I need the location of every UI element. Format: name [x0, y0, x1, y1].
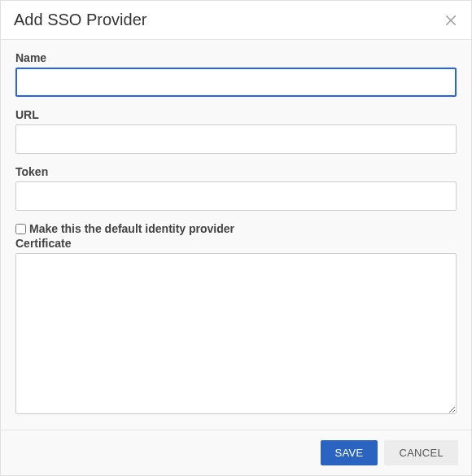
default-provider-label[interactable]: Make this the default identity provider — [29, 222, 234, 235]
certificate-group: Certificate — [15, 237, 457, 417]
default-provider-row: Make this the default identity provider — [15, 222, 457, 235]
save-button[interactable]: SAVE — [321, 440, 378, 465]
token-group: Token — [15, 165, 457, 211]
dialog-body: Name URL Token Make this the default ide… — [1, 40, 471, 430]
close-icon[interactable] — [444, 13, 458, 28]
certificate-textarea[interactable] — [15, 253, 457, 414]
default-provider-checkbox[interactable] — [15, 224, 26, 234]
name-group: Name — [15, 51, 457, 97]
dialog-header: Add SSO Provider — [1, 1, 471, 40]
token-input[interactable] — [15, 181, 457, 211]
dialog-title: Add SSO Provider — [14, 11, 146, 29]
url-label: URL — [15, 108, 457, 121]
name-input[interactable] — [15, 68, 457, 97]
token-label: Token — [15, 165, 457, 178]
certificate-label: Certificate — [15, 237, 457, 250]
url-input[interactable] — [15, 124, 457, 154]
add-sso-provider-dialog: Add SSO Provider Name URL Token Make thi… — [0, 0, 472, 476]
url-group: URL — [15, 108, 457, 154]
name-label: Name — [15, 51, 457, 64]
dialog-footer: SAVE CANCEL — [1, 430, 471, 475]
cancel-button[interactable]: CANCEL — [384, 440, 458, 465]
